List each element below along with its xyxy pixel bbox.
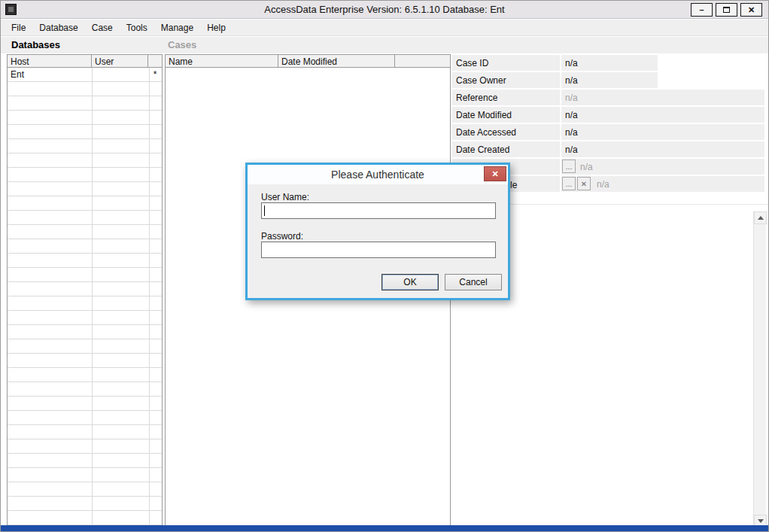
app-window: AccessData Enterprise Version: 6.5.1.10 …	[0, 0, 769, 532]
column-header-blank[interactable]	[395, 55, 450, 67]
column-header-user[interactable]: User	[92, 55, 148, 67]
cell-flag: *	[148, 68, 162, 82]
clear-icon[interactable]: ✕	[577, 177, 591, 190]
databases-table-body: Ent *	[8, 68, 162, 525]
field-value: n/a	[580, 162, 593, 172]
cell-user	[92, 68, 148, 82]
column-header-date-modified[interactable]: Date Modified	[278, 55, 395, 67]
databases-heading: Databases	[11, 39, 60, 50]
field-value: n/a	[565, 93, 578, 103]
username-field-wrap	[261, 202, 496, 219]
scroll-up-button[interactable]	[754, 211, 767, 224]
bottom-edge-strip	[1, 525, 768, 532]
detail-row-date-accessed: Date Accessed n/a	[452, 123, 769, 141]
field-label: Date Modified	[452, 107, 560, 123]
field-value: n/a	[565, 110, 578, 120]
column-divider	[92, 68, 93, 525]
username-input[interactable]	[261, 202, 496, 219]
field-value: n/a	[565, 144, 578, 155]
field-strip	[561, 141, 764, 157]
cell-host: Ent	[8, 68, 92, 82]
field-value: n/a	[565, 75, 578, 86]
field-strip	[561, 176, 764, 192]
field-label: Date Created	[452, 141, 560, 157]
detail-row-date-created: Date Created n/a	[452, 141, 769, 158]
column-header-name[interactable]: Name	[166, 55, 278, 67]
field-strip	[561, 124, 764, 140]
menu-tools[interactable]: Tools	[120, 20, 155, 35]
close-icon: ✕	[491, 169, 498, 179]
ok-button[interactable]: OK	[381, 274, 439, 290]
maximize-button[interactable]	[716, 3, 737, 17]
menu-case[interactable]: Case	[86, 20, 120, 35]
menu-database[interactable]: Database	[33, 20, 85, 35]
menu-bar: File Database Case Tools Manage Help	[1, 20, 768, 36]
column-header-flag[interactable]	[148, 55, 162, 67]
window-title: AccessData Enterprise Version: 6.5.1.10 …	[1, 4, 768, 15]
detail-row-date-modified: Date Modified n/a	[452, 106, 769, 123]
vertical-scrollbar[interactable]	[753, 211, 766, 527]
dialog-title-bar: Please Authenticate ✕	[248, 165, 508, 184]
cases-table-header: Name Date Modified	[166, 54, 450, 68]
text-caret	[264, 205, 265, 216]
field-label-fragment: le	[510, 180, 517, 190]
dialog-title: Please Authenticate	[331, 169, 424, 181]
menu-file[interactable]: File	[5, 20, 33, 35]
field-value: n/a	[597, 179, 609, 190]
title-bar: AccessData Enterprise Version: 6.5.1.10 …	[1, 1, 768, 19]
username-label: User Name:	[261, 192, 309, 202]
cancel-button[interactable]: Cancel	[445, 274, 502, 290]
field-label: Date Accessed	[452, 124, 560, 140]
close-icon: ✕	[748, 5, 755, 15]
window-controls: – ✕	[691, 3, 762, 17]
field-label: Case ID	[452, 55, 560, 71]
close-button[interactable]: ✕	[740, 3, 762, 17]
field-strip	[561, 90, 764, 105]
detail-row-case-owner: Case Owner n/a	[452, 71, 769, 89]
authenticate-dialog: Please Authenticate ✕ User Name: Passwor…	[245, 163, 510, 300]
column-divider	[149, 68, 150, 525]
dialog-close-button[interactable]: ✕	[484, 166, 506, 181]
password-label: Password:	[261, 231, 303, 242]
column-header-host[interactable]: Host	[8, 55, 92, 67]
table-row[interactable]: Ent *	[8, 68, 162, 82]
detail-row-reference: Reference n/a	[452, 89, 769, 106]
field-value: n/a	[565, 58, 578, 68]
scroll-down-icon	[758, 519, 764, 523]
scroll-up-icon	[758, 216, 764, 220]
password-input[interactable]	[261, 242, 496, 258]
maximize-icon	[723, 7, 730, 13]
field-value: n/a	[565, 127, 578, 138]
browse-button[interactable]: ...	[562, 177, 576, 190]
field-label: Case Owner	[452, 72, 560, 88]
field-label: Reference	[452, 90, 560, 105]
databases-table-header: Host User	[8, 54, 162, 68]
menu-help[interactable]: Help	[201, 20, 233, 35]
detail-row-case-id: Case ID n/a	[452, 54, 769, 71]
browse-button[interactable]: ...	[562, 160, 576, 173]
minimize-icon: –	[699, 5, 704, 14]
section-header: Databases Cases	[1, 37, 768, 53]
minimize-button[interactable]: –	[691, 3, 713, 17]
menu-manage[interactable]: Manage	[155, 20, 201, 35]
password-field-wrap	[261, 242, 496, 258]
databases-table: Host User Ent *	[7, 54, 163, 525]
cases-heading: Cases	[168, 39, 196, 50]
field-strip	[561, 107, 764, 123]
